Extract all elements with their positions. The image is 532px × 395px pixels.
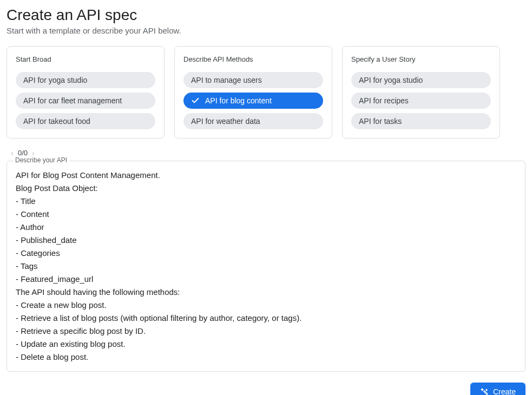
chip-yoga-studio[interactable]: API for yoga studio — [16, 72, 155, 88]
card-start-broad: Start Broad API for yoga studio API for … — [6, 46, 165, 139]
chip-yoga-studio-2[interactable]: API for yoga studio — [351, 72, 491, 88]
chip-label: API for weather data — [191, 117, 260, 126]
chip-manage-users[interactable]: API to manage users — [183, 72, 323, 88]
chip-label: API for yoga studio — [23, 76, 87, 84]
footer-row: Create — [6, 383, 526, 395]
chip-car-fleet[interactable]: API for car fleet management — [16, 93, 155, 109]
describe-api-textarea[interactable] — [6, 161, 526, 372]
chip-label: API for car fleet management — [23, 96, 122, 105]
chip-label: API for blog content — [205, 96, 272, 105]
chip-blog-content[interactable]: API for blog content — [183, 93, 323, 109]
card-user-story: Specify a User Story API for yoga studio… — [342, 46, 500, 139]
chip-label: API for recipes — [359, 96, 409, 105]
template-cards-row: Start Broad API for yoga studio API for … — [6, 46, 526, 139]
chip-recipes[interactable]: API for recipes — [351, 93, 491, 109]
card-title: Specify a User Story — [351, 55, 491, 63]
chip-label: API for tasks — [359, 117, 402, 126]
check-icon — [191, 96, 200, 105]
card-title: Describe API Methods — [183, 55, 323, 63]
create-button-label: Create — [493, 387, 516, 395]
describe-api-field: Describe your API — [6, 161, 526, 374]
chip-weather-data[interactable]: API for weather data — [183, 113, 323, 129]
card-describe-methods: Describe API Methods API to manage users… — [174, 46, 332, 139]
chip-label: API for yoga studio — [359, 76, 423, 84]
chip-tasks[interactable]: API for tasks — [351, 113, 491, 129]
textarea-label: Describe your API — [13, 156, 69, 164]
magic-wand-icon — [480, 387, 489, 395]
chip-label: API to manage users — [191, 76, 262, 84]
card-title: Start Broad — [16, 55, 155, 63]
history-nav: ‹ 0/0 › — [6, 148, 526, 157]
page-subtitle: Start with a template or describe your A… — [6, 26, 526, 35]
page-title: Create an API spec — [6, 6, 526, 24]
history-counter: 0/0 — [18, 149, 28, 157]
chip-takeout-food[interactable]: API for takeout food — [16, 113, 155, 129]
chip-label: API for takeout food — [23, 117, 90, 126]
create-button[interactable]: Create — [470, 383, 526, 395]
